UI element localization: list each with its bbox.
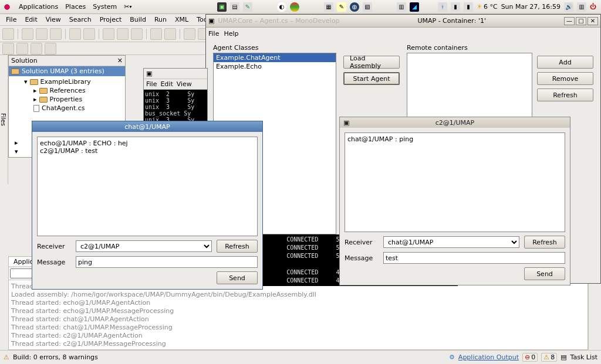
- shutdown-icon[interactable]: ⏻: [590, 3, 596, 11]
- chat2-refresh-button[interactable]: Refresh: [524, 236, 565, 249]
- ide-menu-view[interactable]: View: [42, 15, 65, 25]
- ide-menu-xml[interactable]: XML: [171, 15, 192, 25]
- tb-redo-icon[interactable]: [83, 28, 95, 40]
- tree-item-lib[interactable]: ▾ExampleLibrary: [9, 77, 125, 86]
- container-menu-file[interactable]: File: [208, 30, 219, 38]
- chrome-icon[interactable]: [290, 2, 299, 12]
- chat1-receiver-select[interactable]: c2@1/UMAP: [76, 240, 212, 252]
- debian-logo-icon[interactable]: [2, 2, 12, 12]
- tree-item-file[interactable]: ChatAgent.cs: [9, 104, 125, 113]
- chat2-receiver-select[interactable]: chat@1/UMAP: [383, 236, 519, 248]
- tb2-4-icon[interactable]: [45, 43, 56, 55]
- term-menu-file[interactable]: File: [146, 80, 157, 88]
- chat-window-1: chat@1/UMAP echo@1/UMAP : ECHO : hej c2@…: [32, 121, 263, 290]
- tb-new-icon[interactable]: [2, 28, 14, 40]
- terminal-content[interactable]: unix 2 Sy unix 3 Sy unix 3 Sy bus_socket…: [144, 90, 207, 121]
- scissors-icon[interactable]: ✂: [124, 3, 129, 11]
- side-tab-files[interactable]: Files: [0, 55, 8, 184]
- volume-icon[interactable]: 🔊: [564, 2, 573, 12]
- tasklist-icon[interactable]: ▤: [561, 353, 566, 361]
- agent-row-chatagent[interactable]: Example.ChatAgent: [214, 53, 336, 62]
- gear-icon[interactable]: ⚙: [449, 353, 455, 361]
- chat1-send-button[interactable]: Send: [217, 271, 258, 284]
- menu-applications[interactable]: Applications: [15, 2, 62, 12]
- ide-menu-run[interactable]: Run: [151, 15, 170, 25]
- tb2-3-icon[interactable]: [31, 43, 42, 55]
- cpu-graph-icon[interactable]: ◢: [410, 2, 419, 12]
- security-icon[interactable]: ▮: [464, 2, 473, 12]
- dropdown-arrow-icon[interactable]: ▾: [129, 4, 131, 9]
- start-agent-button[interactable]: Start Agent: [343, 72, 400, 85]
- tray-extra-icon[interactable]: ▥: [577, 2, 586, 12]
- browser-icon[interactable]: ◐: [277, 2, 286, 12]
- warning-badge[interactable]: ⚠8: [541, 353, 557, 362]
- menu-places[interactable]: Places: [62, 2, 89, 12]
- menu-system[interactable]: System: [89, 2, 120, 12]
- chat2-log: chat@1/UMAP : ping: [345, 132, 565, 232]
- tasklist-link[interactable]: Task List: [570, 353, 597, 361]
- application-output-link[interactable]: Application Output: [458, 353, 519, 361]
- ide-menu-edit[interactable]: Edit: [21, 15, 40, 25]
- tb-copy-icon[interactable]: [117, 28, 129, 40]
- chat1-refresh-button[interactable]: Refresh: [217, 240, 258, 253]
- weather-temp: 6 °C: [484, 3, 498, 11]
- agent-row-echo[interactable]: Example.Echo: [214, 62, 336, 71]
- chat1-message-input[interactable]: [76, 256, 258, 268]
- window-icon: ▣: [343, 119, 349, 127]
- close-button[interactable]: ✕: [588, 17, 598, 25]
- chat1-titlebar[interactable]: chat@1/UMAP: [32, 121, 262, 132]
- tb-save-icon[interactable]: [36, 28, 48, 40]
- ide-menu-file[interactable]: File: [2, 15, 20, 25]
- tb-fwd-icon[interactable]: [164, 28, 176, 40]
- add-button[interactable]: Add: [537, 56, 593, 69]
- weather-widget[interactable]: ☀ 6 °C: [477, 3, 498, 11]
- chat1-message-label: Message: [37, 258, 71, 266]
- tb-cut-icon[interactable]: [103, 28, 114, 40]
- refresh-remote-button[interactable]: Refresh: [537, 89, 593, 101]
- tb-open-icon[interactable]: [22, 28, 33, 40]
- monitor-icon[interactable]: ▥: [397, 2, 406, 12]
- chat2-titlebar[interactable]: ▣ c2@1/UMAP: [340, 117, 570, 128]
- maximize-button[interactable]: □: [576, 17, 586, 25]
- minimize-button[interactable]: —: [564, 17, 575, 25]
- tb2-2-icon[interactable]: [16, 43, 28, 55]
- tb-saveall-icon[interactable]: [50, 28, 62, 40]
- chat2-send-button[interactable]: Send: [524, 267, 565, 280]
- output-log: Thread started: Loaded assembly: /home/i…: [9, 280, 588, 351]
- globe-icon[interactable]: ◍: [350, 2, 359, 12]
- ide-menu-build[interactable]: Build: [126, 15, 150, 25]
- tb-paste-icon[interactable]: [131, 28, 143, 40]
- sun-icon: ☀: [477, 3, 482, 11]
- container-titlebar[interactable]: ▣ UMAP.Core – Agent.cs – MonoDevelop UMA…: [206, 15, 600, 28]
- terminal-icon[interactable]: ▣: [217, 2, 227, 12]
- tb-back-icon[interactable]: [150, 28, 162, 40]
- remove-button[interactable]: Remove: [537, 72, 593, 85]
- clock[interactable]: Sun Mar 27, 16:59: [501, 3, 561, 11]
- folder-icon: [30, 79, 38, 85]
- ide-menu-project[interactable]: Project: [96, 15, 126, 25]
- error-badge[interactable]: ⊖0: [522, 353, 538, 362]
- solution-root[interactable]: Solution UMAP (3 entries): [9, 66, 125, 76]
- chat2-message-input[interactable]: [383, 252, 565, 264]
- ide-menu-search[interactable]: Search: [66, 15, 95, 25]
- container-menu-help[interactable]: Help: [224, 30, 238, 38]
- notes-icon[interactable]: ✎: [337, 2, 346, 12]
- network-icon[interactable]: ▮: [451, 2, 460, 12]
- note-icon[interactable]: ▤: [230, 2, 239, 12]
- tree-item-refs[interactable]: ▸References: [9, 86, 125, 95]
- panel-close-icon[interactable]: ✕: [117, 57, 123, 64]
- solution-tree: ▾ExampleLibrary ▸References ▸Properties …: [9, 76, 125, 114]
- term-menu-edit[interactable]: Edit: [160, 80, 173, 88]
- term-menu-view[interactable]: View: [177, 80, 192, 88]
- tb-zoom-icon[interactable]: [184, 28, 195, 40]
- tb-undo-icon[interactable]: [69, 28, 81, 40]
- load-assembly-button[interactable]: Load Assembly: [343, 56, 400, 69]
- bluetooth-icon[interactable]: ᚼ: [438, 2, 447, 12]
- app1-icon[interactable]: ▦: [324, 2, 333, 12]
- tb2-1-icon[interactable]: [2, 43, 14, 55]
- tree-item-props[interactable]: ▸Properties: [9, 95, 125, 104]
- tool-icon[interactable]: ✎: [243, 2, 252, 12]
- system-tray: ▣ ▤ ✎ ◐ ▦ ✎ ◍ ▧ ▥ ◢ ᚼ ▮ ▮ ☀ 6 °C Sun Mar…: [217, 2, 599, 12]
- tree-label: ChatAgent.cs: [42, 104, 85, 112]
- app2-icon[interactable]: ▧: [363, 2, 372, 12]
